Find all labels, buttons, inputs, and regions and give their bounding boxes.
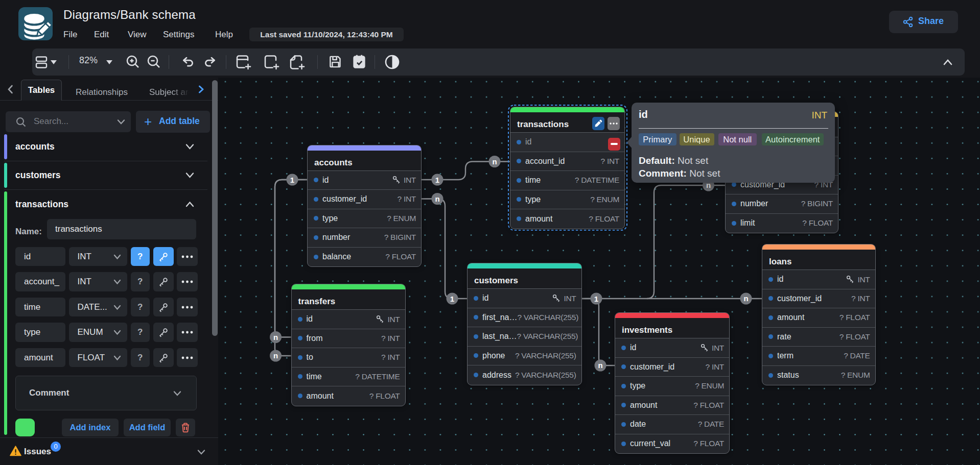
svg-text:n: n	[435, 194, 439, 203]
svg-text:n: n	[492, 157, 497, 166]
svg-text:1: 1	[450, 295, 454, 303]
svg-text:n: n	[598, 361, 602, 370]
svg-text:1: 1	[435, 176, 439, 184]
svg-text:n: n	[273, 333, 278, 341]
svg-text:1: 1	[290, 176, 294, 184]
svg-text:n: n	[273, 351, 278, 360]
svg-text:n: n	[743, 294, 748, 303]
svg-text:1: 1	[594, 295, 598, 303]
